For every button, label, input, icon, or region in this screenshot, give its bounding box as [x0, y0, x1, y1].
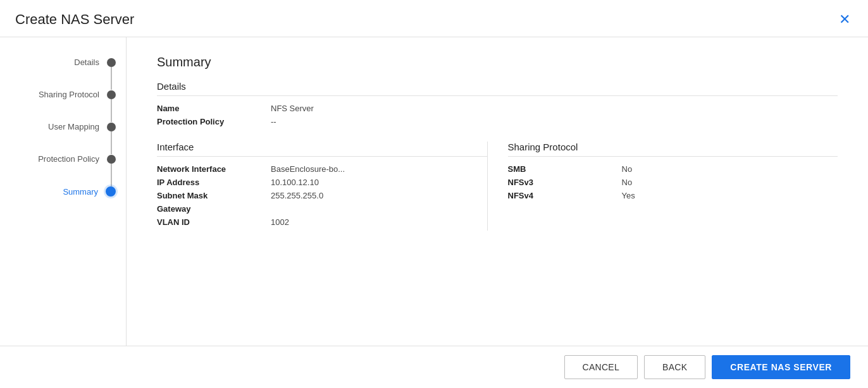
two-col-section: Interface Network Interface BaseEnclosur…	[157, 142, 838, 231]
sharing-protocol-header: Sharing Protocol	[508, 142, 838, 157]
sidebar-dot-user-mapping	[107, 123, 116, 131]
protection-policy-label: Protection Policy	[157, 117, 271, 126]
sidebar-label-user-mapping: User Mapping	[48, 122, 99, 131]
modal-body: Details Sharing Protocol User Mapping	[0, 37, 868, 346]
modal-header: Create NAS Server ✕	[0, 0, 868, 37]
interface-section: Interface Network Interface BaseEnclosur…	[157, 142, 487, 231]
nfsv4-label: NFSv4	[508, 191, 622, 200]
step-connector-4	[111, 164, 112, 186]
nfsv4-value: Yes	[622, 191, 635, 200]
sidebar-steps: Details Sharing Protocol User Mapping	[0, 58, 126, 197]
step-connector-3	[111, 131, 112, 154]
modal-title: Create NAS Server	[15, 11, 134, 28]
smb-value: No	[622, 164, 633, 174]
detail-row-protection-policy: Protection Policy --	[157, 117, 838, 126]
sharing-protocol-section: Sharing Protocol SMB No NFSv3 No NFSv4 Y…	[487, 142, 838, 231]
detail-row-name: Name NFS Server	[157, 104, 838, 113]
sidebar-label-summary: Summary	[63, 187, 98, 197]
sidebar-dot-details	[107, 58, 116, 67]
nfsv3-value: No	[622, 178, 633, 187]
step-connector-2	[111, 99, 112, 122]
interface-header: Interface	[157, 142, 487, 157]
page-title: Summary	[157, 55, 838, 70]
detail-row-subnet-mask: Subnet Mask 255.255.255.0	[157, 191, 487, 200]
details-subsection: Details Name NFS Server Protection Polic…	[157, 81, 838, 126]
vlan-id-value: 1002	[271, 217, 289, 227]
detail-row-gateway: Gateway	[157, 204, 487, 214]
create-nas-server-modal: Create NAS Server ✕ Details Sharing Prot…	[0, 0, 868, 388]
detail-row-vlan-id: VLAN ID 1002	[157, 217, 487, 227]
main-content: Summary Details Name NFS Server Protecti…	[127, 37, 868, 346]
details-header: Details	[157, 81, 838, 96]
back-button[interactable]: BACK	[644, 355, 705, 379]
create-nas-server-button[interactable]: CREATE NAS SERVER	[712, 355, 850, 379]
ip-address-label: IP Address	[157, 178, 271, 187]
smb-label: SMB	[508, 164, 622, 174]
sidebar-item-user-mapping[interactable]: User Mapping	[0, 122, 126, 131]
sidebar-dot-protection-policy	[107, 155, 116, 164]
sidebar-label-sharing-protocol: Sharing Protocol	[39, 90, 99, 99]
vlan-id-label: VLAN ID	[157, 217, 271, 227]
close-button[interactable]: ✕	[836, 10, 853, 29]
protection-policy-value: --	[271, 117, 276, 126]
detail-row-network-interface: Network Interface BaseEnclosure-bo...	[157, 164, 487, 174]
cancel-button[interactable]: CANCEL	[564, 355, 638, 379]
detail-row-nfsv3: NFSv3 No	[508, 178, 838, 187]
sidebar-dot-summary	[106, 186, 116, 197]
nfsv3-label: NFSv3	[508, 178, 622, 187]
sidebar-item-protection-policy[interactable]: Protection Policy	[0, 154, 126, 164]
sidebar-label-details: Details	[74, 58, 99, 67]
network-interface-label: Network Interface	[157, 164, 271, 174]
name-label: Name	[157, 104, 271, 113]
modal-footer: CANCEL BACK CREATE NAS SERVER	[0, 346, 868, 388]
network-interface-value: BaseEnclosure-bo...	[271, 164, 345, 174]
sidebar-item-details[interactable]: Details	[0, 58, 126, 67]
ip-address-value: 10.100.12.10	[271, 178, 319, 187]
detail-row-ip-address: IP Address 10.100.12.10	[157, 178, 487, 187]
gateway-label: Gateway	[157, 204, 271, 214]
name-value: NFS Server	[271, 104, 314, 113]
step-connector-1	[111, 67, 112, 90]
subnet-mask-label: Subnet Mask	[157, 191, 271, 200]
sidebar-item-sharing-protocol[interactable]: Sharing Protocol	[0, 90, 126, 99]
sidebar-label-protection-policy: Protection Policy	[38, 154, 99, 164]
sidebar-item-summary[interactable]: Summary	[0, 186, 126, 197]
sidebar: Details Sharing Protocol User Mapping	[0, 37, 127, 346]
sidebar-dot-sharing-protocol	[107, 90, 116, 99]
subnet-mask-value: 255.255.255.0	[271, 191, 323, 200]
detail-row-nfsv4: NFSv4 Yes	[508, 191, 838, 200]
detail-row-smb: SMB No	[508, 164, 838, 174]
